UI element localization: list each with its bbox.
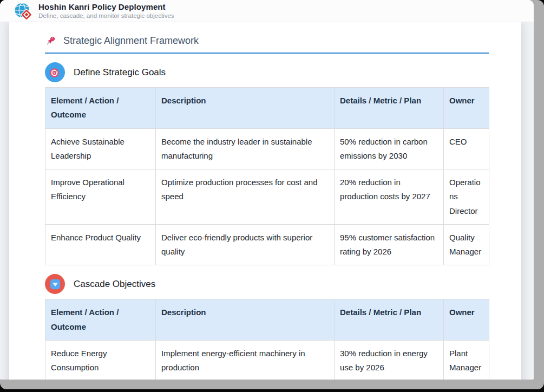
table-cell: 20% reduction in production costs by 202… [335, 169, 444, 225]
column-header: Description [156, 88, 335, 129]
app-subtitle: Define, cascade, and monitor strategic o… [38, 12, 174, 19]
app-window: Hoshin Kanri Policy Deployment Define, c… [0, 0, 534, 380]
app-logo-globe-icon [14, 2, 32, 21]
section-header: Define Strategic Goals [45, 62, 500, 82]
table-cell: Become the industry leader in sustainabl… [156, 128, 335, 169]
table-header-row: Element / Action / OutcomeDescriptionDet… [45, 88, 489, 129]
table-cell: Quality Manager [444, 224, 489, 265]
table-row: Reduce Energy ConsumptionImplement energ… [45, 340, 489, 380]
column-header: Element / Action / Outcome [45, 88, 156, 129]
table-cell: Enhance Product Quality [45, 224, 156, 265]
table-row: Improve Operational EfficiencyOptimize p… [45, 169, 489, 225]
page-heading: Strategic Alignment Framework [45, 34, 500, 53]
app-header: Hoshin Kanri Policy Deployment Define, c… [0, 0, 534, 22]
table-cell: Optimize production processes for cost a… [156, 169, 335, 225]
table-cell: Plant Manager [444, 340, 489, 380]
table-cell: 30% reduction in energy use by 2026 [335, 340, 444, 380]
section-title: Define Strategic Goals [74, 67, 166, 78]
section-table: Element / Action / OutcomeDescriptionDet… [45, 87, 489, 265]
table-row: Achieve Sustainable LeadershipBecome the… [45, 128, 489, 169]
page-background: Strategic Alignment Framework Define Str… [0, 22, 534, 380]
pushpin-icon [45, 35, 56, 47]
table-cell: Implement energy-efficient machinery in … [156, 340, 335, 380]
section-define-strategic-goals: Define Strategic GoalsElement / Action /… [45, 62, 500, 265]
table-row: Enhance Product QualityDeliver eco-frien… [45, 224, 489, 265]
column-header: Details / Metric / Plan [335, 299, 444, 341]
table-cell: Improve Operational Efficiency [45, 169, 156, 225]
table-cell: 95% customer satisfaction rating by 2026 [335, 224, 444, 265]
table-cell: Deliver eco-friendly products with super… [156, 224, 335, 265]
heading-rule [45, 53, 489, 54]
table-cell: Operations Director [444, 169, 489, 225]
table-cell: Reduce Energy Consumption [45, 340, 156, 380]
down-arrow-icon [45, 274, 65, 294]
target-icon [45, 62, 65, 82]
section-cascade-objectives: Cascade ObjectivesElement / Action / Out… [45, 274, 500, 380]
app-title: Hoshin Kanri Policy Deployment [38, 2, 174, 12]
column-header: Owner [444, 88, 489, 129]
table-cell: CEO [444, 128, 489, 169]
section-header: Cascade Objectives [45, 274, 500, 294]
sections-container: Define Strategic GoalsElement / Action /… [45, 62, 500, 380]
column-header: Details / Metric / Plan [335, 88, 444, 129]
app-title-block: Hoshin Kanri Policy Deployment Define, c… [38, 2, 174, 19]
section-table: Element / Action / OutcomeDescriptionDet… [45, 299, 489, 380]
column-header: Element / Action / Outcome [45, 299, 156, 341]
column-header: Owner [444, 299, 489, 341]
column-header: Description [156, 299, 335, 341]
section-title: Cascade Objectives [74, 279, 155, 290]
content-card: Strategic Alignment Framework Define Str… [9, 22, 521, 380]
table-cell: 50% reduction in carbon emissions by 203… [335, 128, 444, 169]
table-header-row: Element / Action / OutcomeDescriptionDet… [45, 299, 489, 341]
page-title: Strategic Alignment Framework [63, 34, 199, 47]
window-frame: Hoshin Kanri Policy Deployment Define, c… [0, 0, 544, 389]
table-cell: Achieve Sustainable Leadership [45, 128, 156, 169]
